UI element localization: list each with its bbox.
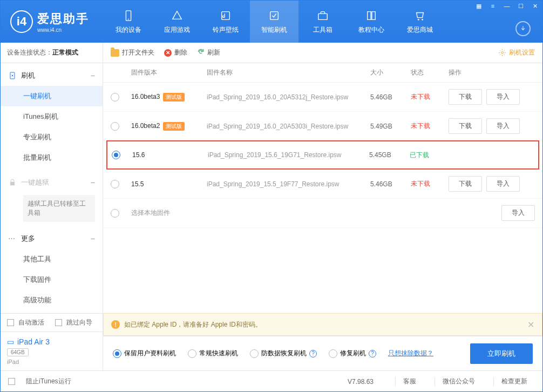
minimize-icon[interactable]: —	[503, 2, 511, 10]
logo-icon: i4	[10, 10, 33, 33]
nav-toolbox[interactable]: 工具箱	[298, 1, 347, 43]
radio-icon	[250, 349, 259, 358]
wc-menu-icon[interactable]: ≡	[488, 2, 497, 10]
svg-point-5	[418, 18, 419, 20]
footer: 阻止iTunes运行 V7.98.63 客服 微信公众号 检查更新	[1, 370, 542, 392]
download-indicator-icon[interactable]	[515, 21, 531, 36]
auto-activate-checkbox[interactable]	[7, 319, 14, 326]
close-icon[interactable]: ✕	[531, 2, 539, 10]
jailbreak-note: 越狱工具已转移至工具箱	[23, 195, 95, 222]
flash-now-button[interactable]: 立即刷机	[470, 343, 533, 364]
firmware-radio[interactable]	[112, 151, 120, 159]
erase-data-link[interactable]: 只想抹除数据？	[388, 349, 433, 358]
col-ops: 操作	[449, 68, 535, 77]
import-button[interactable]: 导入	[501, 205, 535, 221]
wechat-link[interactable]: 微信公众号	[435, 377, 483, 386]
svg-rect-4	[318, 13, 328, 19]
window-controls: ▦ ≡ — ☐ ✕	[474, 2, 539, 10]
opt-anti-recovery[interactable]: 防数据恢复刷机?	[250, 349, 317, 358]
opt-repair[interactable]: 修复刷机?	[329, 349, 376, 358]
firmware-row[interactable]: 16.0beta3测试版 iPad_Spring_2019_16.0_20A53…	[103, 83, 542, 112]
sidebar-more-header[interactable]: ⋯ 更多−	[1, 228, 103, 249]
svg-point-6	[422, 18, 423, 20]
collapse-icon: −	[91, 71, 95, 80]
opt-keep-data[interactable]: 保留用户资料刷机	[113, 349, 176, 358]
book-icon	[365, 9, 378, 22]
radio-icon	[113, 349, 121, 358]
main-content: 打开文件夹 ✕删除 刷新 刷机设置 固件版本 固件名称 大小 状态 操作 16.…	[103, 43, 542, 370]
help-icon[interactable]: ?	[309, 350, 317, 357]
download-button[interactable]: 下载	[449, 89, 482, 105]
sidebar-item-oneclick[interactable]: 一键刷机	[1, 86, 103, 106]
svg-rect-8	[10, 182, 15, 186]
sidebar-item-itunes[interactable]: iTunes刷机	[1, 106, 103, 127]
download-button[interactable]: 下载	[449, 176, 482, 192]
import-button[interactable]: 导入	[486, 118, 520, 134]
col-name: 固件名称	[207, 68, 370, 77]
device-name: ▭iPad Air 3	[7, 337, 96, 346]
skip-guide-checkbox[interactable]	[55, 319, 62, 326]
open-folder-button[interactable]: 打开文件夹	[111, 48, 154, 57]
device-capacity: 64GB	[7, 348, 29, 356]
warning-icon: !	[111, 320, 120, 329]
apps-icon	[171, 9, 184, 22]
gear-icon	[498, 49, 506, 57]
more-icon: ⋯	[8, 234, 17, 243]
sidebar-item-download[interactable]: 下载固件	[1, 269, 103, 290]
nav-ringtone[interactable]: 铃声壁纸	[201, 1, 250, 43]
check-update-link[interactable]: 检查更新	[493, 377, 535, 386]
collapse-icon: −	[91, 178, 95, 187]
firmware-row[interactable]: 15.6 iPad_Spring_2019_15.6_19G71_Restore…	[106, 140, 539, 170]
folder-icon	[111, 49, 119, 57]
local-fw-radio[interactable]	[111, 209, 119, 218]
nav-my-device[interactable]: 我的设备	[104, 1, 153, 43]
sidebar-item-pro[interactable]: 专业刷机	[1, 127, 103, 147]
import-button[interactable]: 导入	[486, 176, 520, 192]
app-title: 爱思助手	[37, 11, 89, 27]
sidebar: 设备连接状态：正常模式 刷机− 一键刷机 iTunes刷机 专业刷机 批量刷机 …	[1, 43, 103, 370]
block-itunes-checkbox[interactable]	[8, 378, 15, 385]
firmware-row[interactable]: 16.0beta2测试版 iPad_Spring_2019_16.0_20A53…	[103, 112, 542, 141]
download-button[interactable]: 下载	[449, 118, 482, 134]
help-icon[interactable]: ?	[369, 350, 376, 357]
lock-icon	[8, 178, 17, 187]
svg-point-1	[128, 18, 129, 19]
nav-tabs: 我的设备 应用游戏 铃声壁纸 智能刷机 工具箱 教程中心 爱思商城	[104, 1, 444, 43]
radio-icon	[329, 349, 337, 358]
nav-tutorial[interactable]: 教程中心	[347, 1, 396, 43]
radio-icon	[188, 349, 196, 358]
firmware-row[interactable]: 15.5 iPad_Spring_2019_15.5_19F77_Restore…	[103, 170, 542, 199]
opt-normal[interactable]: 常规快速刷机	[188, 349, 238, 358]
toolbar: 打开文件夹 ✕删除 刷新 刷机设置	[103, 43, 542, 63]
flash-settings-button[interactable]: 刷机设置	[498, 48, 535, 57]
delete-icon: ✕	[164, 49, 172, 57]
app-header: i4 爱思助手 www.i4.cn 我的设备 应用游戏 铃声壁纸 智能刷机 工具…	[1, 1, 542, 43]
nav-flash[interactable]: 智能刷机	[250, 1, 298, 43]
import-button[interactable]: 导入	[486, 89, 520, 105]
refresh-icon	[197, 48, 205, 57]
firmware-radio[interactable]	[111, 180, 119, 188]
col-version: 固件版本	[131, 68, 207, 77]
col-size: 大小	[370, 68, 411, 77]
sidebar-item-other[interactable]: 其他工具	[1, 249, 103, 269]
sidebar-flash-header[interactable]: 刷机−	[1, 65, 103, 86]
refresh-button[interactable]: 刷新	[197, 48, 220, 57]
warning-close-icon[interactable]: ✕	[527, 320, 534, 330]
ipad-icon: ▭	[7, 337, 14, 346]
col-status: 状态	[411, 68, 449, 77]
firmware-radio[interactable]	[111, 122, 119, 131]
nav-apps[interactable]: 应用游戏	[153, 1, 201, 43]
collapse-icon: −	[91, 234, 95, 243]
support-link[interactable]: 客服	[395, 377, 424, 386]
wc-grid-icon[interactable]: ▦	[474, 2, 483, 10]
firmware-radio[interactable]	[111, 93, 119, 102]
maximize-icon[interactable]: ☐	[517, 2, 525, 10]
device-type: iPad	[7, 359, 96, 365]
nav-store[interactable]: 爱思商城	[396, 1, 444, 43]
delete-button[interactable]: ✕删除	[164, 48, 187, 57]
music-icon	[219, 9, 232, 22]
flash-options: 保留用户资料刷机 常规快速刷机 防数据恢复刷机? 修复刷机? 只想抹除数据？ 立…	[103, 336, 542, 370]
sidebar-item-advanced[interactable]: 高级功能	[1, 290, 103, 310]
sidebar-jailbreak-header[interactable]: 一键越狱−	[1, 172, 103, 193]
sidebar-item-batch[interactable]: 批量刷机	[1, 147, 103, 168]
